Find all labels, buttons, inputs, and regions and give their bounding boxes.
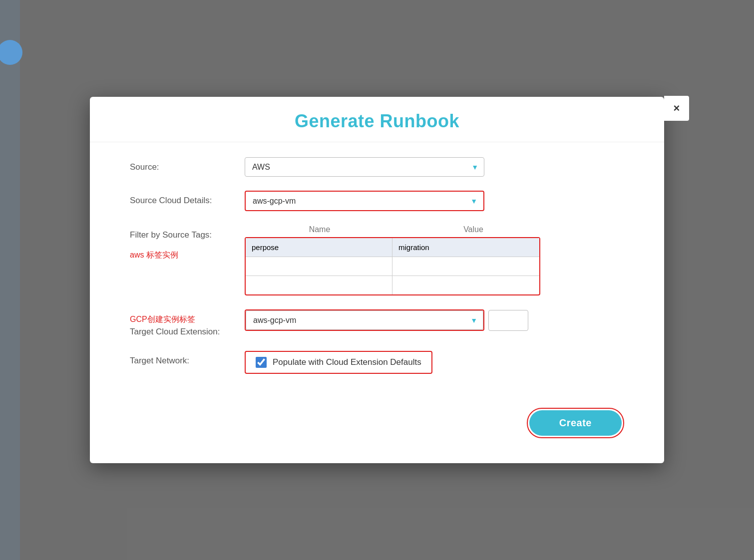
- source-select-wrapper: AWS GCP Azure ▼: [245, 157, 484, 177]
- source-cloud-details-row: Source Cloud Details: aws-gcp-vm ▼: [130, 191, 624, 211]
- populate-label: Populate with Cloud Extension Defaults: [273, 357, 421, 367]
- tag-name-input-1[interactable]: [246, 238, 392, 257]
- create-button-wrapper: Create: [527, 408, 624, 438]
- target-cloud-ext-label-col: GCP创建实例标签 Target Cloud Extension:: [130, 309, 245, 337]
- modal-title: Generate Runbook: [110, 111, 644, 132]
- target-network-control: Populate with Cloud Extension Defaults: [245, 351, 624, 374]
- tag-row-1: [246, 238, 539, 257]
- tce-wrapper: aws-gcp-vm ▼: [245, 309, 624, 331]
- modal-body: Source: AWS GCP Azure ▼ Source Cloud Det…: [90, 142, 664, 398]
- close-button[interactable]: ×: [664, 96, 689, 121]
- tag-name-input-3[interactable]: [246, 276, 392, 294]
- modal-footer: Create: [90, 403, 664, 443]
- source-label: Source:: [130, 157, 245, 172]
- aws-annotation-label: aws 标签实例: [130, 250, 245, 261]
- tags-name-header: Name: [245, 225, 394, 234]
- source-select[interactable]: AWS GCP Azure: [245, 157, 484, 177]
- tag-value-input-3[interactable]: [392, 276, 539, 294]
- source-cloud-details-control: aws-gcp-vm ▼: [245, 191, 624, 211]
- source-cloud-details-label: Source Cloud Details:: [130, 191, 245, 206]
- tags-table: [245, 237, 540, 295]
- tags-column-headers: Name Value: [245, 225, 624, 234]
- target-network-box: Populate with Cloud Extension Defaults: [245, 351, 432, 374]
- tag-value-input-2[interactable]: [392, 257, 539, 276]
- tce-select-box: aws-gcp-vm ▼: [245, 309, 484, 331]
- tce-extra-input[interactable]: [488, 310, 528, 331]
- tag-name-input-2[interactable]: [246, 257, 392, 276]
- target-cloud-ext-control: aws-gcp-vm ▼: [245, 309, 624, 331]
- tag-value-input-1[interactable]: [392, 238, 539, 257]
- source-cloud-details-select[interactable]: aws-gcp-vm: [246, 192, 483, 210]
- source-row: Source: AWS GCP Azure ▼: [130, 157, 624, 177]
- tag-row-3: [246, 276, 539, 294]
- tags-value-header: Value: [398, 225, 548, 234]
- target-cloud-ext-label-text: Target Cloud Extension:: [130, 327, 245, 337]
- create-button[interactable]: Create: [529, 410, 622, 436]
- target-network-label: Target Network:: [130, 351, 245, 366]
- gcp-annotation-label: GCP创建实例标签: [130, 314, 245, 325]
- populate-checkbox[interactable]: [256, 357, 267, 368]
- side-panel: [0, 0, 20, 560]
- filter-tags-row: Filter by Source Tags: aws 标签实例 Name Val…: [130, 225, 624, 295]
- filter-label-text: Filter by Source Tags:: [130, 230, 245, 240]
- filter-tags-control: Name Value: [245, 225, 624, 295]
- target-network-row: Target Network: Populate with Cloud Exte…: [130, 351, 624, 374]
- source-control: AWS GCP Azure ▼: [245, 157, 624, 177]
- generate-runbook-modal: × Generate Runbook Source: AWS GCP Azure…: [90, 97, 664, 463]
- modal-header: Generate Runbook: [90, 97, 664, 142]
- target-cloud-ext-row: GCP创建实例标签 Target Cloud Extension: aws-gc…: [130, 309, 624, 337]
- tag-row-2: [246, 257, 539, 276]
- tce-select[interactable]: aws-gcp-vm: [246, 310, 483, 330]
- source-cloud-details-select-wrapper: aws-gcp-vm ▼: [245, 191, 484, 211]
- side-panel-circle: [0, 40, 22, 65]
- filter-tags-label: Filter by Source Tags: aws 标签实例: [130, 225, 245, 263]
